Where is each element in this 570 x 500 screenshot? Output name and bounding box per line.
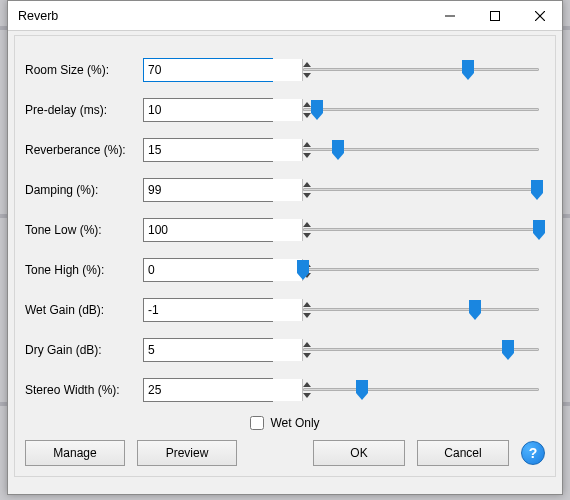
spinner-tone_high[interactable] (143, 258, 273, 282)
close-button[interactable] (517, 1, 562, 31)
input-reverberance[interactable] (144, 139, 302, 161)
slider-thumb-wet_gain[interactable] (469, 300, 481, 320)
slider-track (303, 68, 539, 71)
param-row-damping: Damping (%): (25, 170, 545, 210)
input-pre_delay[interactable] (144, 99, 302, 121)
slider-track (303, 308, 539, 311)
wet-only-row: Wet Only (25, 416, 545, 430)
slider-track (303, 188, 539, 191)
label-dry_gain: Dry Gain (dB): (25, 343, 137, 357)
preview-button[interactable]: Preview (137, 440, 237, 466)
svg-marker-6 (462, 60, 474, 80)
label-reverberance: Reverberance (%): (25, 143, 137, 157)
param-row-room_size: Room Size (%): (25, 50, 545, 90)
svg-marker-9 (311, 100, 323, 120)
wet-only-checkbox[interactable] (250, 416, 264, 430)
input-dry_gain[interactable] (144, 339, 302, 361)
slider-track (303, 268, 539, 271)
cancel-button[interactable]: Cancel (417, 440, 509, 466)
window-title: Reverb (8, 9, 427, 23)
input-room_size[interactable] (144, 59, 302, 81)
slider-thumb-stereo_width[interactable] (356, 380, 368, 400)
param-row-pre_delay: Pre-delay (ms): (25, 90, 545, 130)
input-stereo_width[interactable] (144, 379, 302, 401)
slider-track (303, 108, 539, 111)
spinner-reverberance[interactable] (143, 138, 273, 162)
label-wet_gain: Wet Gain (dB): (25, 303, 137, 317)
slider-thumb-tone_high[interactable] (297, 260, 309, 280)
spinner-wet_gain[interactable] (143, 298, 273, 322)
input-tone_low[interactable] (144, 219, 302, 241)
maximize-button[interactable] (472, 1, 517, 31)
slider-tone_low[interactable] (303, 218, 539, 242)
ok-button[interactable]: OK (313, 440, 405, 466)
svg-marker-24 (469, 300, 481, 320)
param-row-stereo_width: Stereo Width (%): (25, 370, 545, 410)
svg-marker-30 (356, 380, 368, 400)
slider-stereo_width[interactable] (303, 378, 539, 402)
slider-thumb-room_size[interactable] (462, 60, 474, 80)
spinner-tone_low[interactable] (143, 218, 273, 242)
slider-thumb-pre_delay[interactable] (311, 100, 323, 120)
label-tone_high: Tone High (%): (25, 263, 137, 277)
slider-thumb-dry_gain[interactable] (502, 340, 514, 360)
param-row-wet_gain: Wet Gain (dB): (25, 290, 545, 330)
slider-damping[interactable] (303, 178, 539, 202)
input-wet_gain[interactable] (144, 299, 302, 321)
slider-room_size[interactable] (303, 58, 539, 82)
spinner-stereo_width[interactable] (143, 378, 273, 402)
minimize-button[interactable] (427, 1, 472, 31)
spinner-room_size[interactable] (143, 58, 273, 82)
slider-reverberance[interactable] (303, 138, 539, 162)
slider-wet_gain[interactable] (303, 298, 539, 322)
slider-thumb-tone_low[interactable] (533, 220, 545, 240)
spinner-dry_gain[interactable] (143, 338, 273, 362)
param-row-tone_high: Tone High (%): (25, 250, 545, 290)
titlebar: Reverb (8, 1, 562, 31)
svg-marker-18 (533, 220, 545, 240)
input-tone_high[interactable] (144, 259, 302, 281)
svg-marker-21 (297, 260, 309, 280)
spinner-pre_delay[interactable] (143, 98, 273, 122)
svg-marker-15 (531, 180, 543, 200)
svg-rect-1 (490, 11, 499, 20)
slider-track (303, 228, 539, 231)
label-damping: Damping (%): (25, 183, 137, 197)
label-pre_delay: Pre-delay (ms): (25, 103, 137, 117)
reverb-dialog: Reverb Room Size (%):Pre-delay (ms):Reve… (7, 0, 563, 495)
param-row-tone_low: Tone Low (%): (25, 210, 545, 250)
button-bar: Manage Preview OK Cancel ? (25, 440, 545, 466)
manage-button[interactable]: Manage (25, 440, 125, 466)
input-damping[interactable] (144, 179, 302, 201)
parameter-group: Room Size (%):Pre-delay (ms):Reverberanc… (14, 35, 556, 477)
param-row-dry_gain: Dry Gain (dB): (25, 330, 545, 370)
slider-track (303, 388, 539, 391)
help-button[interactable]: ? (521, 441, 545, 465)
param-row-reverberance: Reverberance (%): (25, 130, 545, 170)
svg-marker-27 (502, 340, 514, 360)
slider-tone_high[interactable] (303, 258, 539, 282)
slider-dry_gain[interactable] (303, 338, 539, 362)
label-stereo_width: Stereo Width (%): (25, 383, 137, 397)
svg-marker-12 (332, 140, 344, 160)
label-room_size: Room Size (%): (25, 63, 137, 77)
slider-pre_delay[interactable] (303, 98, 539, 122)
slider-thumb-reverberance[interactable] (332, 140, 344, 160)
spinner-damping[interactable] (143, 178, 273, 202)
label-tone_low: Tone Low (%): (25, 223, 137, 237)
wet-only-label: Wet Only (270, 416, 319, 430)
slider-thumb-damping[interactable] (531, 180, 543, 200)
